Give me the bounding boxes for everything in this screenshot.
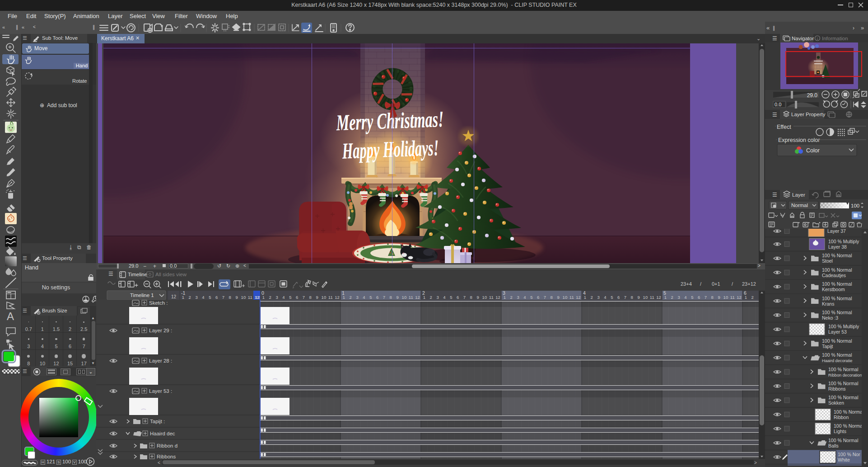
svg-text:23+4: 23+4: [681, 281, 692, 287]
svg-text:100 % Normal: 100 % Normal: [822, 296, 852, 301]
svg-text:Layer 28 :: Layer 28 :: [149, 358, 172, 363]
svg-text:2: 2: [430, 295, 432, 300]
svg-text:5: 5: [530, 295, 532, 300]
svg-text:3: 3: [597, 295, 599, 300]
svg-text:12: 12: [495, 295, 500, 300]
svg-text:☰: ☰: [108, 271, 113, 277]
svg-text:6: 6: [617, 295, 620, 300]
svg-text:Normal: Normal: [791, 203, 808, 208]
svg-text:10: 10: [723, 295, 728, 300]
svg-text:7: 7: [705, 295, 707, 300]
svg-text:3: 3: [356, 295, 358, 300]
svg-text:0.0: 0.0: [775, 102, 781, 107]
svg-text:12: 12: [737, 295, 742, 300]
svg-text:4: 4: [443, 295, 445, 300]
svg-text:1: 1: [664, 295, 667, 300]
svg-text:4: 4: [523, 295, 526, 300]
svg-text:«: «: [766, 24, 770, 31]
svg-text:7: 7: [544, 295, 546, 300]
svg-text:7: 7: [463, 295, 466, 300]
svg-text:8: 8: [551, 295, 553, 300]
svg-text:1: 1: [423, 295, 425, 300]
svg-text:100 % Normal: 100 % Normal: [834, 409, 864, 415]
svg-text:<: <: [158, 460, 160, 465]
svg-text:5: 5: [691, 295, 693, 300]
svg-text:Information: Information: [822, 36, 848, 41]
svg-text:2: 2: [751, 295, 754, 300]
svg-text:Ribbon decoration: Ribbon decoration: [828, 373, 862, 377]
svg-text:9: 9: [476, 295, 479, 300]
svg-text:12: 12: [254, 295, 259, 300]
svg-text:2: 2: [591, 295, 593, 300]
svg-text:100 % Normal: 100 % Normal: [828, 381, 859, 386]
svg-text:0+1: 0+1: [712, 281, 720, 287]
svg-text:7: 7: [383, 295, 385, 300]
svg-text:10: 10: [643, 295, 648, 300]
svg-text:8: 8: [470, 295, 472, 300]
svg-text:10: 10: [322, 295, 327, 300]
svg-text:11: 11: [569, 295, 574, 300]
svg-text:9: 9: [316, 295, 318, 300]
svg-text:Ribbon: Ribbon: [834, 415, 849, 420]
svg-text:2: 2: [350, 295, 352, 300]
svg-text:6: 6: [457, 295, 459, 300]
svg-text:100 % Nor: 100 % Nor: [838, 452, 860, 457]
svg-text:White: White: [838, 457, 850, 462]
svg-text:8: 8: [229, 295, 231, 300]
svg-text:1: 1: [262, 295, 265, 300]
svg-text:Layer 38: Layer 38: [828, 244, 847, 250]
svg-text:100 % Normal: 100 % Normal: [822, 267, 852, 273]
svg-text:9: 9: [396, 295, 398, 300]
svg-text:5: 5: [611, 295, 613, 300]
svg-text:10: 10: [241, 295, 246, 300]
svg-text:12: 12: [171, 294, 177, 299]
svg-text:Lights: Lights: [834, 429, 846, 434]
svg-text:3: 3: [517, 295, 519, 300]
svg-text:100 % Multiply: 100 % Multiply: [828, 324, 859, 329]
svg-text:Timeline 1: Timeline 1: [130, 292, 154, 298]
svg-text:11: 11: [489, 295, 494, 300]
svg-text:Effect: Effect: [777, 124, 791, 130]
svg-text:Layer 53 :: Layer 53 :: [149, 388, 172, 394]
svg-text:10: 10: [402, 295, 407, 300]
svg-text:2: 2: [189, 295, 191, 300]
svg-text:100 % Normal: 100 % Normal: [828, 395, 859, 400]
svg-text:Ribbon d: Ribbon d: [157, 443, 177, 448]
svg-text:12: 12: [335, 295, 340, 300]
svg-text:100 % Normal: 100 % Normal: [834, 423, 864, 429]
svg-text:11: 11: [730, 295, 735, 300]
svg-text:2: 2: [671, 295, 673, 300]
svg-text:10: 10: [563, 295, 568, 300]
svg-text:8: 8: [711, 295, 714, 300]
svg-text:6: 6: [215, 295, 218, 300]
svg-text:11: 11: [650, 295, 654, 300]
svg-text:100 % Normal: 100 % Normal: [822, 253, 852, 258]
svg-text:11: 11: [328, 295, 333, 300]
svg-text:☰: ☰: [772, 112, 777, 118]
svg-text:7: 7: [624, 295, 626, 300]
svg-text:100 % Multiply: 100 % Multiply: [828, 239, 859, 244]
svg-text:8: 8: [631, 295, 633, 300]
svg-text:12: 12: [415, 295, 420, 300]
svg-text:29.0: 29.0: [807, 92, 818, 99]
svg-text:100 % Normal: 100 % Normal: [822, 352, 852, 358]
svg-text:2: 2: [269, 295, 271, 300]
svg-text:»: »: [861, 24, 864, 31]
svg-text:12: 12: [656, 295, 661, 300]
svg-text:∥: ∥: [773, 25, 775, 31]
svg-text:Layer Property: Layer Property: [791, 112, 826, 117]
svg-text:100 % Normal: 100 % Normal: [828, 438, 859, 443]
svg-text:5: 5: [209, 295, 211, 300]
svg-text:Balls: Balls: [828, 443, 839, 448]
svg-text:☰: ☰: [772, 192, 777, 198]
svg-text:11: 11: [248, 295, 252, 300]
svg-text:9: 9: [235, 295, 238, 300]
svg-text:Sketch :: Sketch :: [149, 300, 168, 306]
svg-text:6: 6: [376, 295, 378, 300]
svg-text:9: 9: [637, 295, 639, 300]
svg-text:5: 5: [369, 295, 372, 300]
svg-text:Color: Color: [806, 147, 820, 154]
svg-text:100 % Normal: 100 % Normal: [822, 281, 852, 287]
svg-text:4: 4: [363, 295, 365, 300]
svg-text:Tapijt: Tapijt: [822, 344, 833, 349]
